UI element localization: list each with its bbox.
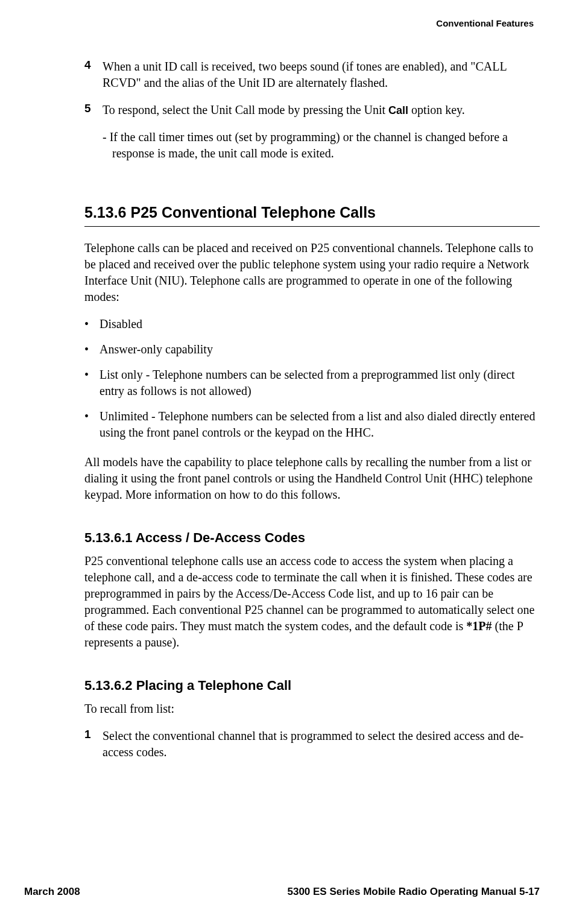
- step-number: 1: [84, 728, 103, 760]
- page-header-section-title: Conventional Features: [48, 18, 540, 28]
- bullet-text: Disabled: [100, 316, 142, 332]
- list-item-step-4: 4 When a unit ID call is received, two b…: [84, 58, 540, 91]
- bullet-item: • List only - Telephone numbers can be s…: [84, 367, 540, 399]
- footer-manual-info: 5300 ES Series Mobile Radio Operating Ma…: [287, 886, 540, 898]
- bullet-text: List only - Telephone numbers can be sel…: [100, 367, 540, 399]
- sub-list-item: - If the call timer times out (set by pr…: [103, 129, 540, 162]
- heading-divider: [84, 226, 540, 227]
- bullet-text: Answer-only capability: [100, 341, 213, 358]
- bullet-item: • Unlimited - Telephone numbers can be s…: [84, 408, 540, 441]
- list-item-step-1: 1 Select the conventional channel that i…: [84, 728, 540, 760]
- text-fragment: To respond, select the Unit Call mode by…: [103, 103, 388, 116]
- bullet-icon: •: [84, 316, 100, 332]
- page-footer: March 2008 5300 ES Series Mobile Radio O…: [24, 886, 540, 898]
- bullet-icon: •: [84, 367, 100, 399]
- footer-date: March 2008: [24, 886, 80, 898]
- step-text: Select the conventional channel that is …: [103, 728, 540, 760]
- bullet-item: • Answer-only capability: [84, 341, 540, 358]
- step-number: 4: [84, 58, 103, 91]
- bold-text: Call: [388, 104, 408, 116]
- body-paragraph: All models have the capability to place …: [84, 454, 540, 503]
- bullet-icon: •: [84, 408, 100, 441]
- section-heading-5-13-6: 5.13.6 P25 Conventional Telephone Calls: [84, 204, 540, 221]
- subsection-heading-5-13-6-2: 5.13.6.2 Placing a Telephone Call: [84, 678, 540, 693]
- bold-text: *1P#: [466, 619, 492, 633]
- body-paragraph: Telephone calls can be placed and receiv…: [84, 240, 540, 305]
- step-text: To respond, select the Unit Call mode by…: [103, 102, 465, 118]
- step-text: When a unit ID call is received, two bee…: [103, 58, 540, 91]
- subsection-heading-5-13-6-1: 5.13.6.1 Access / De-Access Codes: [84, 530, 540, 546]
- list-item-step-5: 5 To respond, select the Unit Call mode …: [84, 102, 540, 118]
- step-number: 5: [84, 102, 103, 118]
- body-paragraph: P25 conventional telephone calls use an …: [84, 553, 540, 651]
- bullet-icon: •: [84, 341, 100, 358]
- bullet-text: Unlimited - Telephone numbers can be sel…: [100, 408, 540, 441]
- text-fragment: option key.: [408, 103, 465, 116]
- bullet-item: • Disabled: [84, 316, 540, 332]
- body-paragraph: To recall from list:: [84, 701, 540, 717]
